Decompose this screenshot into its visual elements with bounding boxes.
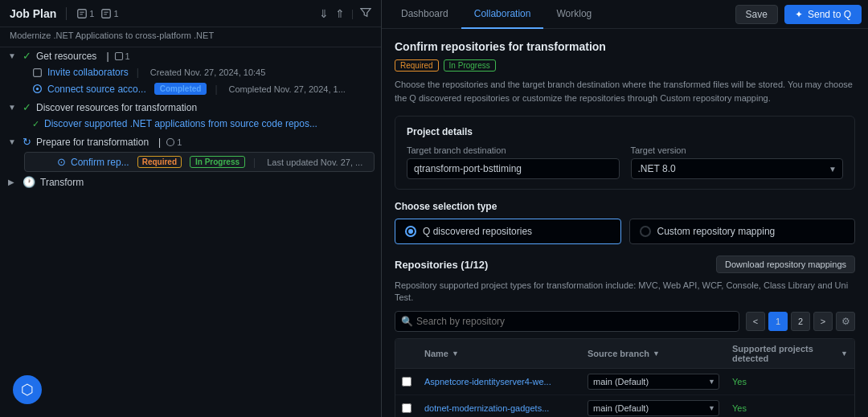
custom-mapping-label: Custom repository mapping [657,226,776,237]
invite-meta: Created Nov. 27, 2024, 10:45 [150,67,266,77]
row-checkbox[interactable] [402,403,411,413]
tree-item-confirm-repos[interactable]: ⊙ Confirm rep... Required In Progress | … [24,152,375,172]
td-checkbox[interactable] [395,395,418,417]
in-progress-badge: In Progress [444,59,496,72]
note-icon-1: 1 [76,8,94,19]
supported-col-label: Supported projects detected [732,344,837,363]
discover-apps-link[interactable]: Discover supported .NET applications fro… [44,118,317,129]
required-badge: Required [137,156,182,168]
bottom-left-widget[interactable]: ⬡ [13,375,42,404]
radio-circle-empty [640,226,651,237]
td-branch: main (Default) ▼ [581,369,726,395]
table-header: Name ▼ Source branch ▼ Supported project… [395,339,854,369]
table-settings-button[interactable]: ⚙ [836,312,855,331]
tree-item-discover-apps[interactable]: ✓ Discover supported .NET applications f… [0,116,381,132]
completed-badge: Completed [154,83,207,95]
radio-group: Q discovered repositories Custom reposit… [395,219,855,244]
chevron-icon: ▼ [8,103,18,112]
repositories-table: Name ▼ Source branch ▼ Supported project… [395,338,855,417]
tree-section-discover[interactable]: ▼ ✓ Discover resources for transformatio… [0,99,381,116]
send-label: Send to Q [808,9,851,20]
row-checkbox[interactable] [402,377,411,386]
note-count: 1 [166,137,182,147]
target-branch-field: Target branch destination [407,145,620,179]
section-label: Get resources [36,51,96,62]
project-details-box: Project details Target branch destinatio… [395,116,855,190]
tabs-bar: Dashboard Collaboration Worklog Save ✦ S… [382,0,868,29]
tab-worklog[interactable]: Worklog [543,0,604,29]
target-version-field: Target version .NET 8.0 .NET 7.0 .NET 6.… [631,145,844,179]
right-panel: Dashboard Collaboration Worklog Save ✦ S… [382,0,868,417]
target-version-select[interactable]: .NET 8.0 .NET 7.0 .NET 6.0 [631,158,844,179]
td-branch: main (Default) ▼ [581,395,726,417]
branch-select-wrapper: main (Default) ▼ [588,400,719,416]
left-panel: Job Plan 1 1 ⇓ ⇑ | Modernize .NET Applic… [0,0,382,417]
transform-label: Transform [40,177,84,188]
collapse-all-icon[interactable]: ⇓ [319,7,329,20]
note-icon-2: 1 [100,8,118,19]
search-input[interactable] [395,311,739,332]
confirm-repos-link[interactable]: Confirm rep... [71,157,129,168]
tree-item-connect-source[interactable]: Connect source acco... Completed | Compl… [0,80,381,97]
tree-section-prepare[interactable]: ▼ ↻ Prepare for transformation | 1 [0,133,381,150]
radio-custom-mapping[interactable]: Custom repository mapping [629,219,856,244]
badge-row: Required In Progress [395,59,855,72]
td-checkbox[interactable] [395,369,418,395]
target-branch-label: Target branch destination [407,145,620,155]
repos-description: Repository supported project types for t… [395,280,855,305]
target-version-label: Target version [631,145,844,155]
th-checkbox [395,339,418,368]
clock-icon: 🕐 [23,176,35,188]
branch-select-wrapper: main (Default) ▼ [588,374,719,390]
connect-meta: Completed Nov. 27, 2024, 1... [229,84,346,94]
th-supported: Supported projects detected ▼ [726,339,854,368]
divider: | [158,137,161,148]
target-branch-input[interactable] [407,158,620,179]
branch-select[interactable]: main (Default) [588,400,719,416]
page-2-button[interactable]: 2 [791,312,810,331]
right-content: Confirm repositories for transformation … [382,29,868,417]
job-tree: ▼ ✓ Get resources | 1 Invite collaborato… [0,47,381,417]
svg-rect-7 [34,68,42,76]
search-filter-row: 🔍 < 1 2 > ⚙ [395,311,855,332]
name-col-label: Name [424,349,448,358]
page-1-button[interactable]: 1 [768,312,788,331]
check-circle-icon: ✓ [23,50,31,62]
check-circle-icon: ✓ [23,101,31,113]
expand-all-icon[interactable]: ⇑ [335,7,345,20]
connect-source-link[interactable]: Connect source acco... [47,84,146,95]
send-icon: ✦ [795,9,803,20]
branch-col-label: Source branch [588,349,649,358]
project-details-row: Target branch destination Target version… [407,145,843,179]
tab-dashboard[interactable]: Dashboard [388,0,461,29]
table-row: dotnet-modernization-gadgets... main (De… [395,395,854,417]
filter-icon[interactable] [360,6,371,20]
project-details-title: Project details [407,126,843,137]
radio-q-discovered[interactable]: Q discovered repositories [395,219,621,244]
confirm-meta: Last updated Nov. 27, ... [267,157,362,167]
tree-item-invite-collaborators[interactable]: Invite collaborators | Created Nov. 27, … [0,64,381,80]
radio-circle-selected [405,226,416,237]
next-page-button[interactable]: > [813,312,833,331]
repos-header: Repositories (1/12) Download repository … [395,256,855,273]
sort-icon: ▼ [841,350,848,358]
note-count: 1 [114,51,130,61]
target-version-wrapper: .NET 8.0 .NET 7.0 .NET 6.0 ▼ [631,158,844,179]
section-label: Discover resources for transformation [36,102,197,113]
td-supported: Yes [726,369,854,395]
tree-section-get-resources[interactable]: ▼ ✓ Get resources | 1 [0,47,381,64]
chevron-icon: ▼ [8,137,18,146]
svg-rect-6 [115,52,122,59]
save-button[interactable]: Save [735,5,778,24]
tree-section-transform[interactable]: ▶ 🕐 Transform [0,174,381,190]
download-mappings-button[interactable]: Download repository mappings [716,256,855,273]
in-progress-badge: In Progress [190,156,245,168]
repos-title-text: Repositories [395,259,458,271]
diamond-icon[interactable]: ⬡ [13,375,42,404]
q-discovered-label: Q discovered repositories [423,226,532,237]
prev-page-button[interactable]: < [746,312,765,331]
branch-select[interactable]: main (Default) [588,374,719,390]
invite-collaborators-link[interactable]: Invite collaborators [47,67,129,78]
send-to-q-button[interactable]: ✦ Send to Q [784,5,862,24]
tab-collaboration[interactable]: Collaboration [461,0,544,29]
